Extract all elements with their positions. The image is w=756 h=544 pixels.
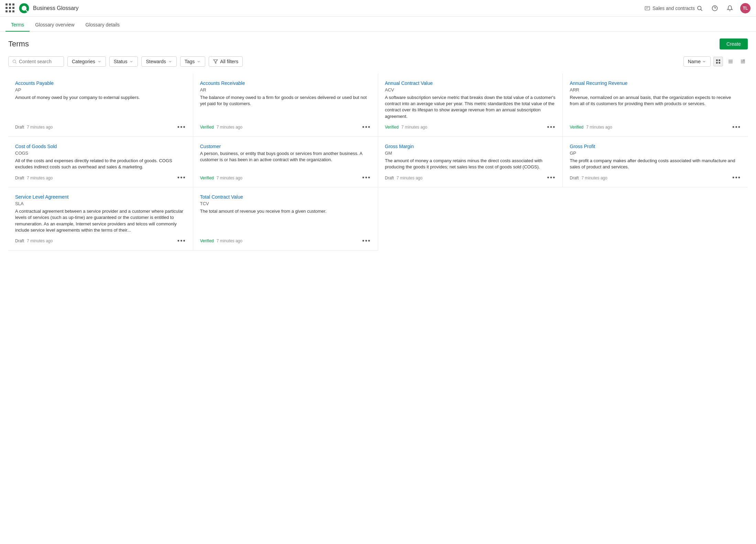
more-options-button[interactable]: ••• [177, 237, 186, 245]
card-title[interactable]: Gross Margin [385, 144, 556, 149]
card-footer: Verified 7 minutes ago ••• [200, 237, 371, 245]
more-options-button[interactable]: ••• [547, 124, 556, 131]
card-abbr: GM [385, 151, 556, 156]
card-desc: Revenue, normalized on an annual basis, … [570, 95, 741, 120]
card-cost-of-goods-sold: Cost of Goods Sold COGS All of the costs… [8, 137, 193, 187]
card-title[interactable]: Accounts Receivable [200, 80, 371, 86]
card-abbr: SLA [15, 201, 186, 206]
svg-marker-10 [214, 60, 218, 64]
nav-tabs: Terms Glossary overview Glossary details [0, 16, 756, 32]
search-input[interactable] [19, 59, 60, 64]
card-abbr: ARR [570, 87, 741, 92]
apps-menu-icon[interactable] [6, 3, 15, 13]
main-content: Terms Create Categories Status Stewards … [0, 32, 756, 257]
svg-rect-14 [719, 62, 720, 64]
card-footer: Verified 7 minutes ago ••• [200, 174, 371, 181]
search-box[interactable] [8, 56, 64, 67]
more-options-button[interactable]: ••• [732, 124, 741, 131]
card-title[interactable]: Gross Profit [570, 144, 741, 149]
chevron-down-icon [168, 59, 172, 64]
grid-view-icon[interactable] [713, 57, 723, 66]
svg-rect-3 [645, 6, 650, 10]
card-desc: A contractual agreement between a servic… [15, 208, 186, 233]
user-avatar[interactable]: TL [740, 3, 750, 13]
more-options-button[interactable]: ••• [362, 237, 371, 245]
status-badge: Verified [200, 238, 214, 243]
card-abbr: AR [200, 87, 371, 92]
card-gross-profit: Gross Profit GP The profit a company mak… [563, 137, 748, 187]
card-footer: Draft 7 minutes ago ••• [385, 174, 556, 181]
qlik-logo[interactable] [19, 3, 30, 14]
card-footer: Verified 7 minutes ago ••• [570, 124, 741, 131]
search-icon[interactable] [695, 3, 704, 13]
stewards-filter[interactable]: Stewards [141, 56, 176, 67]
card-accounts-receivable: Accounts Receivable AR The balance of mo… [193, 74, 378, 137]
notifications-icon[interactable] [725, 3, 735, 13]
card-time: 7 minutes ago [397, 176, 423, 180]
page-header: Terms Create [8, 38, 748, 49]
card-desc: The profit a company makes after deducti… [570, 158, 741, 170]
status-badge: Draft [15, 176, 24, 180]
card-time: 7 minutes ago [581, 176, 607, 180]
tags-filter[interactable]: Tags [180, 56, 206, 67]
card-desc: A person, business, or entity that buys … [200, 151, 371, 170]
status-badge: Draft [385, 176, 394, 180]
card-title[interactable]: Annual Contract Value [385, 80, 556, 86]
tab-glossary-details[interactable]: Glossary details [80, 19, 125, 32]
card-total-contract-value: Total Contract Value TCV The total amoun… [193, 187, 378, 251]
status-badge: Draft [15, 125, 24, 130]
card-desc: Amount of money owed by your company to … [15, 95, 186, 120]
card-title[interactable]: Total Contract Value [200, 194, 371, 200]
card-time: 7 minutes ago [27, 238, 53, 243]
card-title[interactable]: Accounts Payable [15, 80, 186, 86]
svg-rect-11 [716, 59, 718, 61]
all-filters-button[interactable]: All filters [209, 56, 243, 67]
tab-glossary-overview[interactable]: Glossary overview [30, 19, 80, 32]
card-service-level-agreement: Service Level Agreement SLA A contractua… [8, 187, 193, 251]
more-options-button[interactable]: ••• [732, 174, 741, 181]
more-options-button[interactable]: ••• [362, 174, 371, 181]
card-time: 7 minutes ago [217, 125, 242, 130]
more-options-button[interactable]: ••• [177, 174, 186, 181]
list-view-icon[interactable] [726, 57, 735, 66]
card-abbr: ACV [385, 87, 556, 92]
detail-view-icon[interactable] [738, 57, 748, 66]
create-button[interactable]: Create [720, 38, 748, 49]
svg-line-5 [701, 9, 702, 11]
more-options-button[interactable]: ••• [547, 174, 556, 181]
card-title[interactable]: Customer [200, 144, 371, 149]
search-icon [12, 59, 17, 64]
status-badge: Verified [385, 125, 399, 130]
card-time: 7 minutes ago [586, 125, 612, 130]
card-annual-contract-value: Annual Contract Value ACV A software sub… [378, 74, 563, 137]
filter-icon [213, 59, 218, 64]
name-sort-button[interactable]: Name [683, 56, 711, 67]
card-desc: All of the costs and expenses directly r… [15, 158, 186, 170]
card-footer: Draft 7 minutes ago ••• [15, 124, 186, 131]
card-title[interactable]: Service Level Agreement [15, 194, 186, 200]
card-annual-recurring-revenue: Annual Recurring Revenue ARR Revenue, no… [563, 74, 748, 137]
card-time: 7 minutes ago [217, 238, 242, 243]
chevron-down-icon [129, 59, 133, 64]
svg-point-8 [13, 60, 15, 63]
card-footer: Verified 7 minutes ago ••• [200, 124, 371, 131]
status-filter[interactable]: Status [109, 56, 138, 67]
chevron-down-icon [702, 59, 706, 64]
help-icon[interactable] [710, 3, 720, 13]
card-footer: Draft 7 minutes ago ••• [570, 174, 741, 181]
card-desc: The total amount of revenue you receive … [200, 208, 371, 233]
chevron-down-icon [97, 59, 101, 64]
card-time: 7 minutes ago [402, 125, 427, 130]
chevron-down-icon [197, 59, 201, 64]
card-title[interactable]: Cost of Goods Sold [15, 144, 186, 149]
categories-filter[interactable]: Categories [67, 56, 106, 67]
card-desc: The amount of money a company retains mi… [385, 158, 556, 170]
topbar: Business Glossary Sales and contracts TL [0, 0, 756, 16]
tab-terms[interactable]: Terms [6, 19, 30, 32]
status-badge: Verified [570, 125, 583, 130]
more-options-button[interactable]: ••• [362, 124, 371, 131]
card-abbr: TCV [200, 201, 371, 206]
card-title[interactable]: Annual Recurring Revenue [570, 80, 741, 86]
card-abbr: COGS [15, 151, 186, 156]
more-options-button[interactable]: ••• [177, 124, 186, 131]
